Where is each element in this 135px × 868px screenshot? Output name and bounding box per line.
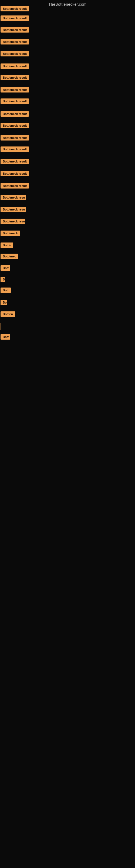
bottleneck-badge-24: B — [1, 277, 5, 282]
bottleneck-badge-20: Bottleneck — [1, 230, 20, 236]
result-row-28 — [1, 323, 1, 331]
bottleneck-badge-8: Bottleneck result — [1, 87, 29, 93]
bottleneck-badge-15: Bottleneck result — [1, 171, 29, 176]
bottleneck-badge-29: Bott — [1, 334, 10, 340]
bottleneck-badge-19: Bottleneck resu — [1, 219, 25, 224]
bottleneck-badge-23: Bott — [1, 265, 10, 271]
result-row-6: Bottleneck result — [1, 63, 29, 70]
bottleneck-badge-21: Bottle — [1, 243, 13, 248]
result-row-14: Bottleneck result — [1, 159, 29, 165]
bottleneck-badge-10: Bottleneck result — [1, 111, 29, 117]
result-row-29: Bott — [1, 334, 10, 341]
bottleneck-badge-17: Bottleneck resu — [1, 195, 26, 200]
bottleneck-badge-11: Bottleneck result — [1, 123, 29, 128]
result-row-15: Bottleneck result — [1, 171, 29, 177]
result-row-3: Bottleneck result — [1, 27, 29, 34]
result-row-7: Bottleneck result — [1, 75, 29, 82]
bottleneck-badge-14: Bottleneck result — [1, 159, 29, 164]
bottleneck-badge-26: Bo — [1, 300, 7, 305]
result-row-20: Bottleneck — [1, 230, 20, 237]
result-row-16: Bottleneck result — [1, 183, 29, 190]
result-row-10: Bottleneck result — [1, 111, 29, 118]
result-row-1: Bottleneck result — [1, 6, 29, 12]
bottleneck-badge-1: Bottleneck result — [1, 6, 29, 11]
result-row-8: Bottleneck result — [1, 87, 29, 94]
bottleneck-badge-22: Bottlenec — [1, 254, 18, 259]
bottleneck-badge-3: Bottleneck result — [1, 27, 29, 33]
result-row-13: Bottleneck result — [1, 147, 29, 153]
result-row-11: Bottleneck result — [1, 123, 29, 129]
bottleneck-badge-4: Bottleneck result — [1, 39, 29, 44]
result-row-27: Bottlen — [1, 311, 15, 318]
result-row-5: Bottleneck result — [1, 51, 29, 58]
result-row-24: B — [1, 277, 5, 283]
result-row-9: Bottleneck result — [1, 98, 29, 105]
bottleneck-badge-16: Bottleneck result — [1, 183, 29, 188]
result-row-18: Bottleneck resu — [1, 207, 26, 213]
result-row-25: Bott — [1, 287, 11, 294]
bottleneck-badge-6: Bottleneck result — [1, 63, 29, 69]
bottleneck-badge-25: Bott — [1, 287, 11, 293]
bottleneck-badge-27: Bottlen — [1, 311, 15, 317]
result-row-17: Bottleneck resu — [1, 195, 26, 201]
result-row-12: Bottleneck result — [1, 135, 29, 142]
bottleneck-badge-13: Bottleneck result — [1, 147, 29, 152]
bottleneck-badge-12: Bottleneck result — [1, 135, 29, 141]
result-row-22: Bottlenec — [1, 254, 18, 260]
page-container: TheBottlenecker.com Bottleneck resultBot… — [0, 0, 135, 868]
bottleneck-badge-7: Bottleneck result — [1, 75, 29, 80]
bottleneck-badge-18: Bottleneck resu — [1, 207, 26, 212]
vertical-line-28 — [1, 323, 1, 330]
bottleneck-badge-5: Bottleneck result — [1, 51, 29, 56]
result-row-2: Bottleneck result — [1, 16, 29, 22]
result-row-19: Bottleneck resu — [1, 219, 25, 225]
result-row-21: Bottle — [1, 243, 13, 249]
result-row-4: Bottleneck result — [1, 39, 29, 45]
bottleneck-badge-9: Bottleneck result — [1, 98, 29, 104]
result-row-26: Bo — [1, 300, 7, 306]
result-row-23: Bott — [1, 265, 10, 272]
bottleneck-badge-2: Bottleneck result — [1, 16, 29, 21]
